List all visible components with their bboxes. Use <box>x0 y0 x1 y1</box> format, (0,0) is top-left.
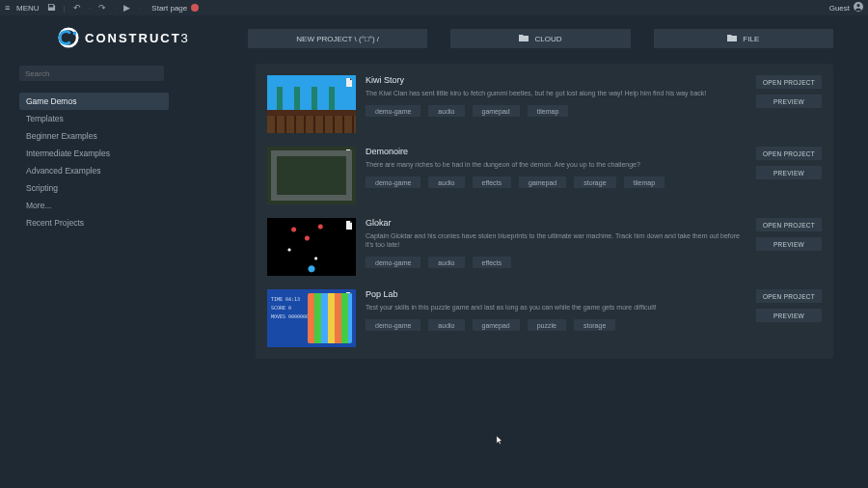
logo-word: CONSTRUCT <box>85 31 181 45</box>
project-description: Test your skills in this puzzle game and… <box>366 303 746 312</box>
project-card: GlokarCaptain Gloktar and his cronies ha… <box>267 218 822 276</box>
open-project-button[interactable]: OPEN PROJECT <box>756 147 822 160</box>
project-title: Demonoire <box>366 147 746 156</box>
sidebar-item[interactable]: Intermediate Examples <box>19 145 169 162</box>
tag[interactable]: demo-game <box>366 176 420 188</box>
svg-point-3 <box>73 32 77 36</box>
tab-label: Start page <box>151 4 187 13</box>
folder-icon <box>519 34 529 43</box>
project-list: Kiwi StoryThe Kiwi Clan has sent little … <box>256 64 833 359</box>
open-project-button[interactable]: OPEN PROJECT <box>756 75 822 89</box>
sidebar-item[interactable]: More... <box>19 197 169 214</box>
card-actions: OPEN PROJECTPREVIEW <box>756 218 822 251</box>
tag[interactable]: demo-game <box>366 105 420 117</box>
project-card: DemonoireThere are many riches to be had… <box>267 147 822 204</box>
cloud-button[interactable]: CLOUD <box>450 29 630 48</box>
sidebar-item[interactable]: Scripting <box>19 179 169 197</box>
project-description: There are many riches to be had in the d… <box>366 160 746 169</box>
card-actions: OPEN PROJECTPREVIEW <box>756 289 822 322</box>
logo: CONSTRUCT3 <box>27 27 207 48</box>
tag[interactable]: audio <box>428 176 464 188</box>
sidebar-item[interactable]: Advanced Examples <box>19 162 169 179</box>
tag[interactable]: tilemap <box>528 105 569 117</box>
card-body: DemonoireThere are many riches to be had… <box>366 147 746 188</box>
search-input[interactable] <box>19 66 164 81</box>
close-icon[interactable] <box>191 4 199 12</box>
file-icon <box>344 149 354 158</box>
content: CONSTRUCT3 Game DemosTemplatesBeginner E… <box>0 15 868 488</box>
card-actions: OPEN PROJECTPREVIEW <box>756 75 822 108</box>
project-card: Kiwi StoryThe Kiwi Clan has sent little … <box>267 75 822 133</box>
sidebar-item[interactable]: Beginner Examples <box>19 127 169 145</box>
sidebar: CONSTRUCT3 Game DemosTemplatesBeginner E… <box>0 15 217 488</box>
tag[interactable]: effects <box>473 257 512 268</box>
project-thumbnail[interactable] <box>267 218 356 276</box>
tag[interactable]: tilemap <box>624 176 665 188</box>
preview-button[interactable]: PREVIEW <box>756 309 822 322</box>
project-description: The Kiwi Clan has sent little kiro to fe… <box>366 89 746 97</box>
card-body: GlokarCaptain Gloktar and his cronies ha… <box>366 218 746 268</box>
user-icon[interactable] <box>854 2 863 14</box>
file-label: FILE <box>743 35 759 43</box>
tag[interactable]: puzzle <box>528 319 566 331</box>
project-title: Glokar <box>366 218 746 228</box>
tag[interactable]: storage <box>574 319 615 331</box>
menu-label: MENU <box>16 4 40 13</box>
user-label: Guest <box>829 4 850 13</box>
play-icon[interactable]: ▶ <box>123 3 130 13</box>
tag[interactable]: audio <box>428 257 464 268</box>
separator: · <box>114 4 116 13</box>
tag-row: demo-gameaudiogamepadtilemap <box>366 105 746 117</box>
undo-icon[interactable]: ↶ <box>73 3 81 13</box>
hamburger-icon <box>5 3 14 13</box>
toolbar-right: Guest <box>829 2 863 14</box>
svg-point-1 <box>856 4 859 7</box>
tab-start-page[interactable]: Start page <box>148 1 203 14</box>
card-actions: OPEN PROJECTPREVIEW <box>756 147 822 179</box>
tag[interactable]: audio <box>428 319 464 331</box>
sidebar-nav: Game DemosTemplatesBeginner ExamplesInte… <box>19 93 169 231</box>
folder-icon <box>727 34 737 43</box>
project-title: Kiwi Story <box>366 75 746 85</box>
tag[interactable]: demo-game <box>366 257 420 268</box>
project-thumbnail[interactable] <box>267 147 356 204</box>
separator: | <box>64 4 66 13</box>
menu-button[interactable]: MENU <box>5 3 40 13</box>
tag[interactable]: gamepad <box>473 319 520 331</box>
tag[interactable]: effects <box>473 176 512 188</box>
main: NEW PROJECT \ (°□°) / CLOUD FILE Kiwi St… <box>217 15 868 488</box>
card-body: Pop LabTest your skills in this puzzle g… <box>366 289 746 331</box>
sidebar-item[interactable]: Templates <box>19 110 169 127</box>
project-thumbnail[interactable] <box>267 75 356 133</box>
file-button[interactable]: FILE <box>654 29 833 48</box>
preview-button[interactable]: PREVIEW <box>756 166 822 179</box>
cloud-label: CLOUD <box>534 35 561 43</box>
open-project-button[interactable]: OPEN PROJECT <box>756 289 822 303</box>
file-icon <box>344 220 354 230</box>
file-icon <box>344 291 354 301</box>
new-project-button[interactable]: NEW PROJECT \ (°□°) / <box>248 29 427 48</box>
tag-row: demo-gameaudioeffectsgamepadstoragetilem… <box>366 176 746 188</box>
tag[interactable]: audio <box>428 105 464 117</box>
card-body: Kiwi StoryThe Kiwi Clan has sent little … <box>366 75 746 117</box>
sidebar-item[interactable]: Game Demos <box>19 93 169 110</box>
open-project-button[interactable]: OPEN PROJECT <box>756 218 822 231</box>
tag[interactable]: gamepad <box>519 176 566 188</box>
tag[interactable]: storage <box>574 176 615 188</box>
tag[interactable]: gamepad <box>473 105 520 117</box>
preview-button[interactable]: PREVIEW <box>756 95 822 108</box>
project-title: Pop Lab <box>366 289 746 299</box>
preview-button[interactable]: PREVIEW <box>756 237 822 251</box>
save-icon[interactable] <box>47 3 56 14</box>
tag[interactable]: demo-game <box>366 319 420 331</box>
tag-row: demo-gameaudiogamepadpuzzlestorage <box>366 319 746 331</box>
project-thumbnail[interactable] <box>267 289 356 347</box>
logo-icon <box>58 27 79 48</box>
logo-text: CONSTRUCT3 <box>85 31 190 45</box>
redo-icon[interactable]: ↷ <box>98 3 106 13</box>
project-description: Captain Gloktar and his cronies have sto… <box>366 231 746 249</box>
logo-version: 3 <box>181 31 190 45</box>
sidebar-item[interactable]: Recent Projects <box>19 214 169 231</box>
project-card: Pop LabTest your skills in this puzzle g… <box>267 289 822 347</box>
file-icon <box>344 77 354 87</box>
